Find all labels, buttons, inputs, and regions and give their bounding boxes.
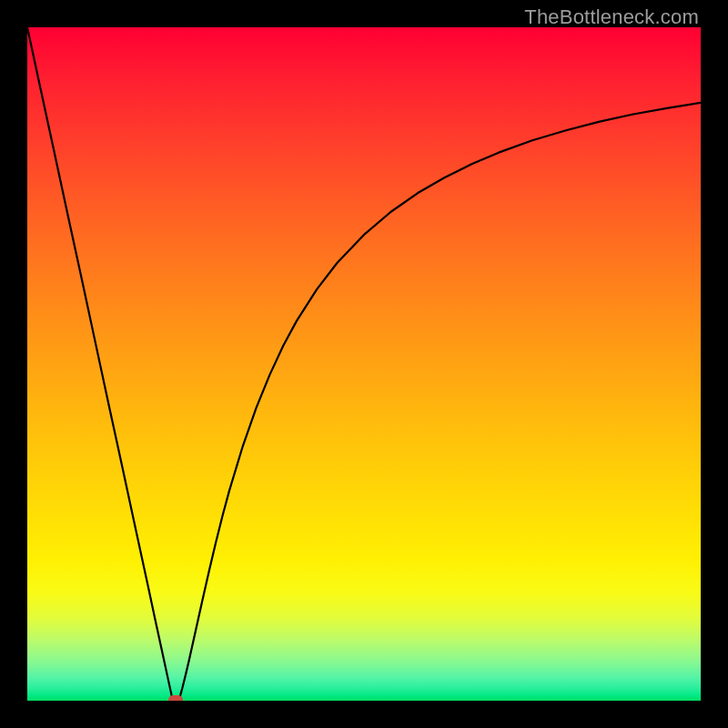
plot-area: [27, 27, 701, 701]
attribution-label: TheBottleneck.com: [524, 5, 699, 29]
bottleneck-curve: [27, 27, 701, 701]
optimal-point-marker: [168, 695, 183, 701]
chart-frame: TheBottleneck.com: [0, 0, 728, 728]
